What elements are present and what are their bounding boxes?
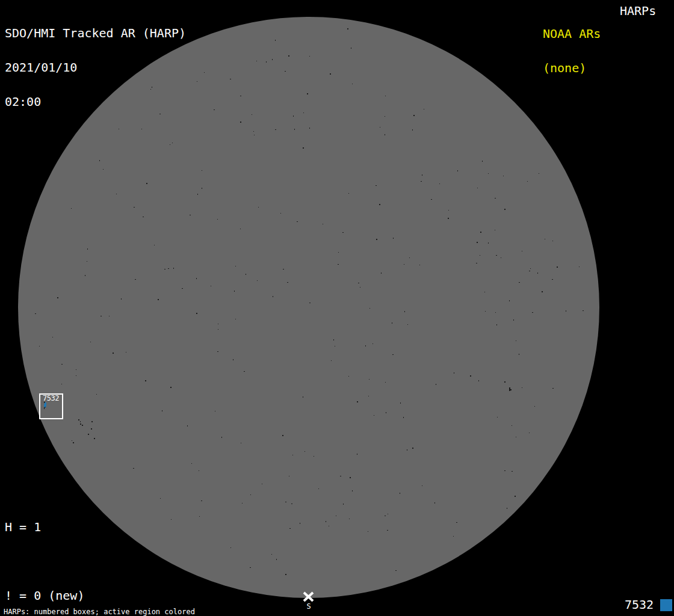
disk-speck <box>504 209 506 210</box>
disk-speck <box>381 273 382 274</box>
disk-speck <box>552 279 553 280</box>
disk-speck <box>113 353 114 354</box>
disk-speck <box>368 396 369 396</box>
disk-speck <box>342 232 344 233</box>
disk-speck <box>480 232 481 233</box>
active-region-blob <box>42 399 51 411</box>
disk-speck <box>434 502 435 504</box>
disk-speck <box>478 380 479 381</box>
disk-speck <box>309 56 310 57</box>
disk-speck <box>386 412 386 413</box>
disk-speck <box>400 493 400 494</box>
disk-speck <box>326 521 326 522</box>
disk-speck <box>191 463 192 464</box>
disk-speck <box>134 207 135 208</box>
disk-speck <box>519 354 519 355</box>
disk-speck <box>448 218 449 219</box>
disk-speck <box>421 181 422 182</box>
disk-speck <box>477 242 478 243</box>
disk-speck <box>482 161 483 162</box>
disk-speck <box>512 425 512 426</box>
disk-speck <box>529 271 530 271</box>
disk-speck <box>374 415 374 416</box>
disk-speck <box>240 122 241 123</box>
disk-speck <box>87 261 87 262</box>
disk-speck <box>121 298 122 300</box>
disk-speck <box>331 360 332 361</box>
disk-speck <box>495 198 496 199</box>
disk-speck <box>348 193 349 194</box>
disk-speck <box>288 55 289 57</box>
disk-speck <box>135 279 136 280</box>
disk-speck <box>204 72 205 73</box>
disk-speck <box>100 316 102 316</box>
disk-speck <box>579 266 580 267</box>
disk-speck <box>527 181 528 182</box>
page-title: SDO/HMI Tracked AR (HARP) <box>5 28 186 39</box>
disk-speck <box>294 129 295 130</box>
disk-speck <box>73 442 74 443</box>
disk-speck <box>454 372 454 374</box>
disk-speck <box>431 199 432 200</box>
solar-harp-plot: 7532 SDO/HMI Tracked AR (HARP) 2021/01/1… <box>0 0 674 616</box>
disk-speck <box>297 221 298 222</box>
disk-speck <box>76 375 76 376</box>
disk-speck <box>164 269 165 270</box>
disk-speck <box>330 73 331 75</box>
disk-speck <box>488 242 489 244</box>
disk-speck <box>400 402 401 404</box>
disk-speck <box>413 115 415 116</box>
disk-speck <box>214 109 215 110</box>
disk-speck <box>52 337 53 337</box>
disk-speck <box>182 288 183 289</box>
disk-speck <box>352 490 353 491</box>
disk-speck <box>323 224 323 224</box>
disk-speck <box>246 274 246 275</box>
disk-speck <box>309 303 311 303</box>
disk-speck <box>357 454 357 455</box>
disk-speck <box>495 312 496 313</box>
disk-speck <box>289 476 289 476</box>
south-pole-marker: S <box>300 591 317 611</box>
disk-speck <box>340 476 341 476</box>
disk-speck <box>303 112 304 113</box>
disk-speck <box>537 273 538 274</box>
disk-speck <box>71 208 72 209</box>
disk-speck <box>351 48 351 49</box>
disk-speck <box>158 299 159 300</box>
disk-speck <box>293 116 294 117</box>
disk-speck <box>412 129 413 131</box>
disk-speck <box>170 144 170 145</box>
disk-speck <box>309 128 310 129</box>
disk-speck <box>196 278 197 279</box>
disk-speck <box>347 28 348 29</box>
disk-speck <box>388 514 388 514</box>
disk-speck <box>143 217 144 217</box>
disk-speck <box>504 381 506 383</box>
disk-speck <box>392 322 392 324</box>
disk-speck <box>496 324 497 325</box>
disk-speck <box>495 230 495 230</box>
disk-speck <box>303 396 303 398</box>
disk-speck <box>507 508 507 509</box>
disk-speck <box>545 239 545 239</box>
disk-speck <box>532 312 533 313</box>
disk-speck <box>235 319 236 319</box>
disk-speck <box>252 114 252 115</box>
date-label: 2021/01/10 <box>5 62 186 73</box>
disk-speck <box>262 484 262 484</box>
disk-speck <box>72 440 72 441</box>
disk-speck <box>404 311 405 312</box>
disk-speck <box>94 438 95 439</box>
disk-speck <box>61 384 62 384</box>
disk-speck <box>365 345 366 346</box>
disk-speck <box>516 340 516 341</box>
disk-speck <box>542 291 543 292</box>
disk-speck <box>439 183 440 184</box>
disk-speck <box>338 264 339 265</box>
disk-speck <box>424 109 424 109</box>
disk-speck <box>515 496 516 497</box>
disk-speck <box>201 500 202 501</box>
disk-speck <box>197 194 198 195</box>
disk-speck <box>380 127 380 128</box>
